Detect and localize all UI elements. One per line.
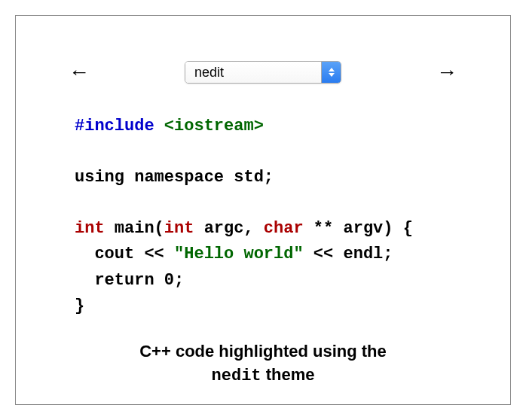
caption: C++ code highlighted using the nedit the… — [54, 340, 472, 388]
theme-preview-panel: ← nedit → #include <iostream> using name… — [15, 15, 511, 405]
code-sample: #include <iostream> using namespace std;… — [75, 114, 472, 319]
keyword-token: return — [75, 271, 154, 290]
keyword-token: namespace — [124, 168, 224, 187]
type-token: char — [264, 219, 304, 238]
plain-token: main( — [105, 219, 164, 238]
type-token: int — [164, 219, 194, 238]
preprocessor-token: #include — [75, 117, 164, 135]
theme-select[interactable]: nedit — [185, 61, 341, 84]
string-token: "Hello world" — [174, 245, 304, 263]
plain-token: } — [75, 297, 84, 315]
caption-theme-name: nedit — [212, 367, 261, 385]
plain-token: std; — [224, 168, 274, 187]
caption-prefix: C++ code highlighted using the — [139, 342, 387, 361]
include-token: <iostream> — [164, 117, 264, 135]
theme-nav-row: ← nedit → — [54, 61, 472, 84]
caption-suffix: theme — [261, 365, 315, 384]
updown-caret-icon — [321, 62, 341, 83]
plain-token: cout << — [75, 245, 174, 263]
prev-theme-button[interactable]: ← — [69, 62, 90, 83]
next-theme-button[interactable]: → — [436, 62, 457, 83]
plain-token: ; — [174, 271, 184, 290]
plain-token: ** argv) { — [304, 219, 413, 238]
theme-select-value: nedit — [185, 62, 321, 83]
plain-token: << endl; — [304, 245, 393, 263]
number-token: 0 — [154, 271, 174, 290]
plain-token: argc, — [194, 219, 263, 238]
keyword-token: using — [75, 168, 124, 187]
type-token: int — [75, 219, 105, 238]
